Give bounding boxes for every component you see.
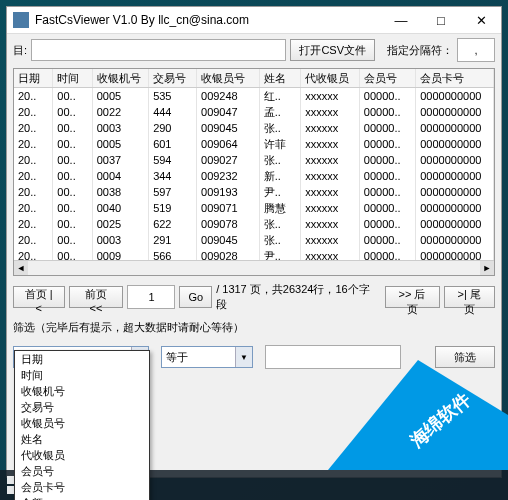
table-cell: 009193: [197, 184, 260, 200]
table-cell: 009027: [197, 152, 260, 168]
column-header[interactable]: 代收银员: [301, 69, 360, 88]
table-cell: 00..: [53, 104, 92, 120]
dropdown-item[interactable]: 代收银员: [15, 447, 149, 463]
table-cell: 0040: [92, 200, 148, 216]
column-header[interactable]: 交易号: [149, 69, 197, 88]
table-cell: 009045: [197, 232, 260, 248]
table-cell: 20..: [14, 136, 53, 152]
horizontal-scrollbar[interactable]: ◄ ►: [14, 260, 494, 275]
dropdown-item[interactable]: 日期: [15, 351, 149, 367]
filter-button[interactable]: 筛选: [435, 346, 495, 368]
filter-value-input[interactable]: [265, 345, 401, 369]
go-button[interactable]: Go: [179, 286, 212, 308]
table-cell: 0003: [92, 120, 148, 136]
scroll-left-arrow[interactable]: ◄: [14, 261, 28, 275]
column-header[interactable]: 日期: [14, 69, 53, 88]
dropdown-item[interactable]: 金额: [15, 495, 149, 500]
table-cell: 00000..: [359, 232, 415, 248]
table-row[interactable]: 20..00..0038597009193尹..xxxxxx00000..000…: [14, 184, 494, 200]
filter-field-dropdown[interactable]: 日期时间收银机号交易号收银员号姓名代收银员会员号会员卡号金额可积分金额抹零金额积…: [14, 350, 150, 500]
minimize-button[interactable]: —: [381, 7, 421, 33]
table-cell: 009078: [197, 216, 260, 232]
table-cell: 00..: [53, 216, 92, 232]
table-cell: 20..: [14, 120, 53, 136]
dropdown-item[interactable]: 交易号: [15, 399, 149, 415]
filter-operator-combo[interactable]: 等于 ▼: [161, 346, 253, 368]
table-cell: 尹..: [259, 184, 301, 200]
table-cell: 00000..: [359, 120, 415, 136]
table-row[interactable]: 20..00..0005601009064许菲xxxxxx00000..0000…: [14, 136, 494, 152]
page-number-input[interactable]: [127, 285, 175, 309]
table-cell: 009248: [197, 88, 260, 105]
table-cell: 0000000000: [416, 152, 494, 168]
page-info: / 1317 页，共26324行，16个字段: [216, 282, 376, 312]
table-cell: 535: [149, 88, 197, 105]
file-path-input[interactable]: [31, 39, 286, 61]
separator-label: 指定分隔符：: [387, 43, 453, 58]
table-cell: 291: [149, 232, 197, 248]
table-row[interactable]: 20..00..0025622009078张..xxxxxx00000..000…: [14, 216, 494, 232]
prev-page-button[interactable]: 前页 <<: [69, 286, 124, 308]
table-cell: 290: [149, 120, 197, 136]
table-row[interactable]: 20..00..0040519009071腾慧xxxxxx00000..0000…: [14, 200, 494, 216]
table-cell: 0000000000: [416, 168, 494, 184]
last-page-button[interactable]: >| 尾页: [444, 286, 496, 308]
table-cell: 00000..: [359, 216, 415, 232]
chevron-down-icon: ▼: [235, 347, 252, 367]
table-cell: 0000000000: [416, 200, 494, 216]
table-cell: 00..: [53, 184, 92, 200]
table-cell: 00..: [53, 136, 92, 152]
column-header[interactable]: 收银员号: [197, 69, 260, 88]
separator-input[interactable]: [457, 38, 495, 62]
dropdown-item[interactable]: 时间: [15, 367, 149, 383]
table-cell: xxxxxx: [301, 152, 360, 168]
table-cell: 0000000000: [416, 136, 494, 152]
table-cell: 00..: [53, 232, 92, 248]
open-csv-button[interactable]: 打开CSV文件: [290, 39, 375, 61]
data-table: 日期时间收银机号交易号收银员号姓名代收银员会员号会员卡号 20..00..000…: [14, 69, 494, 276]
table-row[interactable]: 20..00..0003291009045张..xxxxxx00000..000…: [14, 232, 494, 248]
table-cell: 0004: [92, 168, 148, 184]
column-header[interactable]: 姓名: [259, 69, 301, 88]
scroll-right-arrow[interactable]: ►: [480, 261, 494, 275]
first-page-button[interactable]: 首页 |<: [13, 286, 65, 308]
table-cell: xxxxxx: [301, 184, 360, 200]
table-cell: 00000..: [359, 88, 415, 105]
toolbar: 目: 打开CSV文件 指定分隔符：: [7, 34, 501, 66]
table-row[interactable]: 20..00..0004344009232新..xxxxxx00000..000…: [14, 168, 494, 184]
column-header[interactable]: 会员号: [359, 69, 415, 88]
table-cell: 00000..: [359, 200, 415, 216]
table-cell: xxxxxx: [301, 200, 360, 216]
column-header[interactable]: 时间: [53, 69, 92, 88]
table-cell: 20..: [14, 232, 53, 248]
table-row[interactable]: 20..00..0037594009027张..xxxxxx00000..000…: [14, 152, 494, 168]
table-row[interactable]: 20..00..0003290009045张..xxxxxx00000..000…: [14, 120, 494, 136]
dropdown-item[interactable]: 收银机号: [15, 383, 149, 399]
next-page-button[interactable]: >> 后页: [385, 286, 440, 308]
table-cell: 00..: [53, 88, 92, 105]
window-controls: — □ ✕: [381, 7, 501, 33]
watermark-text: 海绵软件: [405, 387, 476, 452]
dropdown-item[interactable]: 姓名: [15, 431, 149, 447]
column-header[interactable]: 会员卡号: [416, 69, 494, 88]
dropdown-item[interactable]: 会员卡号: [15, 479, 149, 495]
table-cell: 张..: [259, 120, 301, 136]
table-cell: 597: [149, 184, 197, 200]
table-cell: 张..: [259, 232, 301, 248]
table-row[interactable]: 20..00..0022444009047孟..xxxxxx00000..000…: [14, 104, 494, 120]
table-cell: 009071: [197, 200, 260, 216]
close-button[interactable]: ✕: [461, 7, 501, 33]
table-cell: 00000..: [359, 136, 415, 152]
column-header[interactable]: 收银机号: [92, 69, 148, 88]
table-cell: xxxxxx: [301, 120, 360, 136]
table-cell: 0000000000: [416, 104, 494, 120]
maximize-button[interactable]: □: [421, 7, 461, 33]
dropdown-item[interactable]: 会员号: [15, 463, 149, 479]
dropdown-item[interactable]: 收银员号: [15, 415, 149, 431]
table-cell: 601: [149, 136, 197, 152]
table-row[interactable]: 20..00..0005535009248红..xxxxxx00000..000…: [14, 88, 494, 105]
path-label: 目:: [13, 43, 27, 58]
table-cell: 红..: [259, 88, 301, 105]
table-cell: 0000000000: [416, 120, 494, 136]
table-cell: 0000000000: [416, 184, 494, 200]
